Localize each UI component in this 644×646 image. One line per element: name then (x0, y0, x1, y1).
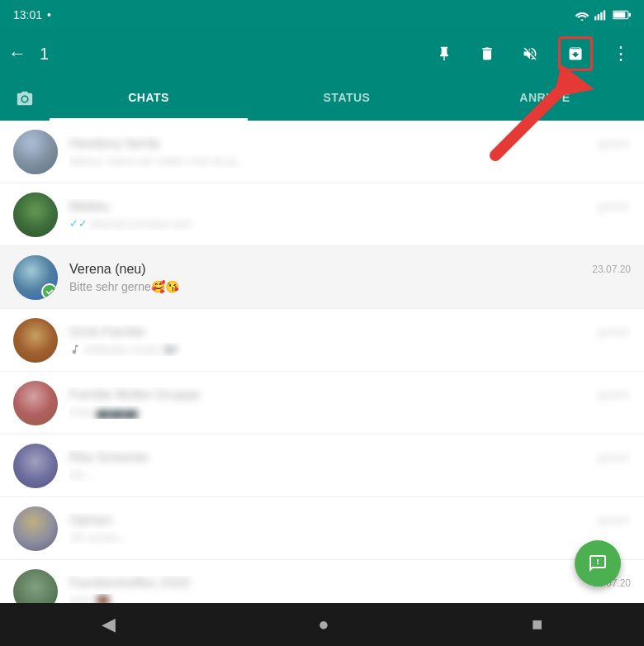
svg-rect-6 (613, 12, 625, 17)
chat-item[interactable]: Familie Müller-Gruppe gestern Foto 📷📷📷 (0, 372, 644, 435)
svg-rect-7 (629, 13, 631, 17)
tab-status[interactable]: STATUS (248, 78, 446, 121)
status-dot: • (47, 8, 51, 21)
avatar (13, 255, 58, 300)
compose-icon (588, 553, 608, 573)
more-button[interactable]: ⋮ (606, 39, 636, 69)
avatar (13, 318, 58, 363)
tab-chats[interactable]: CHATS (50, 78, 248, 121)
svg-rect-1 (594, 17, 596, 21)
chat-name: Rita Schenter (69, 450, 149, 465)
selected-count: 1 (40, 45, 416, 64)
chat-info: Mattau gestern ✓✓ blurred preview text (58, 199, 631, 230)
chat-time: gestern (598, 389, 631, 401)
chat-info: Familie Müller-Gruppe gestern Foto 📷📷📷 (58, 387, 631, 419)
mute-button[interactable] (515, 39, 545, 69)
svg-rect-4 (604, 10, 605, 20)
chat-preview: Memo: Dann wir reden mal ok ja... (69, 154, 245, 168)
pin-button[interactable] (429, 39, 459, 69)
tab-bar: CHATS STATUS ANRUFE (0, 78, 644, 121)
chat-preview: Foto 📷📷📷 (69, 406, 138, 419)
avatar (13, 130, 58, 174)
chat-info: Haralony family gestern Memo: Dann wir r… (58, 136, 631, 168)
archive-icon-box (558, 36, 593, 71)
nav-back-button[interactable]: ◀ (102, 614, 116, 635)
avatar (13, 381, 58, 425)
battery-icon (613, 10, 631, 20)
signal-icon (594, 9, 608, 21)
chat-name: Ojehen (69, 513, 112, 528)
chat-time: gestern (598, 201, 631, 212)
chat-name: Verena (neu) (69, 262, 146, 277)
delete-button[interactable] (472, 39, 502, 69)
camera-icon (16, 90, 34, 108)
tab-calls[interactable]: ANRUFE (446, 78, 644, 121)
chat-info: Rita Schenter gestern Ok ... (58, 450, 631, 482)
camera-tab[interactable] (0, 78, 50, 121)
chat-name: Haralony family (69, 136, 160, 151)
chat-preview: Ok schön... (69, 531, 128, 544)
chat-time: gestern (598, 452, 631, 463)
chat-info: Ojehen gestern Ok schön... (58, 513, 631, 544)
tick-icon: ✓✓ (69, 217, 88, 230)
chat-name: Familientreffen 2020 (69, 576, 190, 591)
chat-time: 23.07.20 (592, 264, 631, 275)
chat-item[interactable]: Mattau gestern ✓✓ blurred preview text (0, 183, 644, 246)
chat-preview: blurred preview text (91, 217, 192, 230)
chat-time: gestern (598, 138, 631, 150)
chat-time: gestern (598, 515, 631, 526)
wifi-icon (575, 9, 590, 21)
chat-item[interactable]: Ojehen gestern Ok schön... (0, 497, 644, 560)
status-icons (575, 9, 631, 21)
status-time: 13:01 (13, 8, 42, 21)
chat-item[interactable]: Haralony family gestern Memo: Dann wir r… (0, 121, 644, 183)
chat-time: gestern (598, 326, 631, 338)
chat-name: Mattau (69, 199, 110, 214)
chat-preview: Ok ... (69, 468, 97, 482)
compose-fab[interactable] (575, 540, 621, 587)
chat-preview: Bitte sehr gerne🥰😘 (69, 280, 179, 293)
svg-rect-3 (600, 12, 602, 21)
svg-point-0 (581, 19, 584, 21)
chat-name: Familie Müller-Gruppe (69, 387, 200, 402)
nav-home-button[interactable]: ● (318, 614, 329, 635)
avatar (13, 506, 58, 551)
chat-item-verena[interactable]: Verena (neu) 23.07.20 Bitte sehr gerne🥰😘 (0, 246, 644, 309)
nav-bar: ◀ ● ■ (0, 603, 644, 646)
chat-item[interactable]: Grok-Familie gestern brilliante music 🎶 (0, 309, 644, 372)
chat-info: Familientreffen 2020 01.07.20 Foto 🐻 (58, 576, 631, 607)
svg-point-8 (22, 97, 27, 102)
avatar (13, 444, 58, 488)
back-button[interactable]: ← (8, 43, 26, 64)
chat-preview: brilliante music 🎶 (84, 343, 178, 356)
chat-item[interactable]: Rita Schenter gestern Ok ... (0, 435, 644, 497)
svg-rect-2 (598, 14, 599, 20)
chat-info: Verena (neu) 23.07.20 Bitte sehr gerne🥰😘 (58, 262, 631, 293)
chat-name: Grok-Familie (69, 325, 145, 340)
archive-button-wrapper[interactable] (558, 36, 593, 71)
chat-info: Grok-Familie gestern brilliante music 🎶 (58, 325, 631, 356)
verified-badge (41, 283, 58, 300)
status-bar: 13:01 • (0, 0, 644, 30)
chat-list: Haralony family gestern Memo: Dann wir r… (0, 121, 644, 623)
audio-icon (69, 344, 81, 355)
nav-recents-button[interactable]: ■ (532, 614, 542, 635)
avatar (13, 192, 58, 237)
archive-icon (567, 45, 584, 62)
toolbar: ← 1 ⋮ (0, 30, 644, 78)
